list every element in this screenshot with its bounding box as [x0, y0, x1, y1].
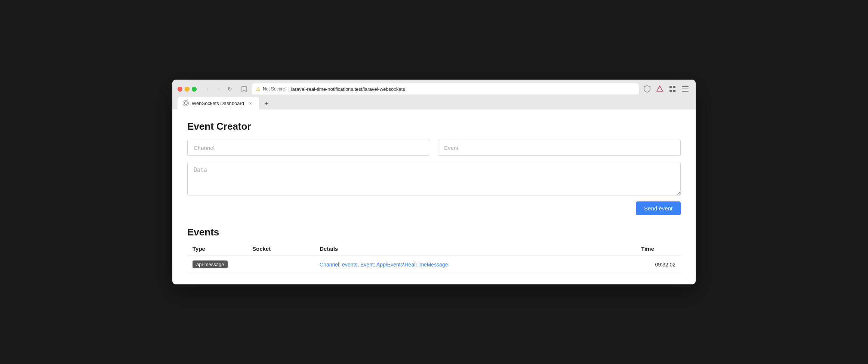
page-content: Event Creator Send event Events Type Soc…: [172, 109, 696, 284]
tab-title: WebSockets Dashboard: [192, 101, 244, 106]
maximize-window-button[interactable]: [192, 87, 197, 92]
svg-point-9: [184, 102, 187, 105]
url-divider: |: [287, 86, 289, 92]
col-type: Type: [187, 242, 247, 256]
traffic-lights: [178, 87, 197, 92]
not-secure-label: Not Secure: [263, 86, 285, 92]
new-tab-button[interactable]: +: [261, 98, 272, 109]
extensions-button[interactable]: [667, 84, 678, 94]
event-time-value: 09:32:02: [655, 262, 676, 268]
security-warning-icon: ⚠: [256, 86, 261, 92]
svg-rect-7: [682, 89, 689, 89]
active-tab[interactable]: WebSockets Dashboard ×: [178, 97, 259, 109]
col-time: Time: [636, 242, 681, 256]
data-row: [187, 162, 681, 197]
url-display: laravel-real-time-notifications.test/lar…: [291, 86, 635, 92]
table-header-row: Type Socket Details Time: [187, 242, 681, 256]
reload-button[interactable]: ↻: [225, 84, 235, 94]
extension-icons: [642, 84, 690, 94]
svg-rect-8: [682, 91, 689, 92]
data-textarea[interactable]: [187, 162, 681, 195]
forward-button[interactable]: ›: [214, 84, 224, 94]
event-type-cell: api-message: [187, 256, 247, 273]
channel-input[interactable]: [187, 140, 430, 156]
back-button[interactable]: ‹: [203, 84, 212, 94]
event-socket-cell: [247, 256, 314, 273]
svg-rect-5: [673, 90, 675, 92]
svg-rect-4: [670, 90, 672, 92]
brave-logo-icon[interactable]: [655, 84, 665, 94]
browser-menu-button[interactable]: [680, 84, 690, 94]
event-details-cell: Channel: events, Event: App\Events\RealT…: [314, 256, 636, 273]
col-details: Details: [314, 242, 636, 256]
event-creator-title: Event Creator: [187, 121, 681, 132]
bookmark-button[interactable]: [239, 84, 249, 94]
event-type-badge: api-message: [193, 260, 228, 268]
nav-buttons: ‹ › ↻: [203, 84, 236, 94]
browser-titlebar: ‹ › ↻ ⚠ Not Secure | laravel-real-time-n…: [172, 80, 696, 109]
browser-tabs: WebSockets Dashboard × +: [178, 97, 690, 109]
col-socket: Socket: [247, 242, 314, 256]
close-window-button[interactable]: [178, 87, 182, 92]
svg-rect-3: [673, 86, 675, 88]
table-row: api-message Channel: events, Event: App\…: [187, 256, 681, 273]
tab-favicon: [183, 100, 189, 106]
event-input[interactable]: [438, 140, 681, 156]
events-table: Type Socket Details Time api-message Cha…: [187, 242, 681, 273]
send-event-button[interactable]: Send event: [636, 201, 681, 215]
event-details-text: Channel: events, Event: App\Events\RealT…: [320, 262, 448, 268]
channel-event-row: [187, 140, 681, 156]
brave-shield-icon[interactable]: [642, 84, 652, 94]
address-bar[interactable]: ⚠ Not Secure | laravel-real-time-notific…: [252, 83, 639, 95]
form-actions: Send event: [187, 201, 681, 215]
svg-marker-1: [657, 86, 663, 91]
minimize-window-button[interactable]: [185, 87, 190, 92]
svg-rect-2: [670, 86, 672, 88]
bookmark-icon: [241, 86, 247, 92]
svg-marker-0: [657, 86, 663, 91]
browser-window: ‹ › ↻ ⚠ Not Secure | laravel-real-time-n…: [172, 80, 696, 284]
event-time-cell: 09:32:02: [636, 256, 681, 273]
svg-rect-6: [682, 86, 689, 87]
tab-close-button[interactable]: ×: [247, 100, 254, 107]
events-title: Events: [187, 226, 681, 238]
